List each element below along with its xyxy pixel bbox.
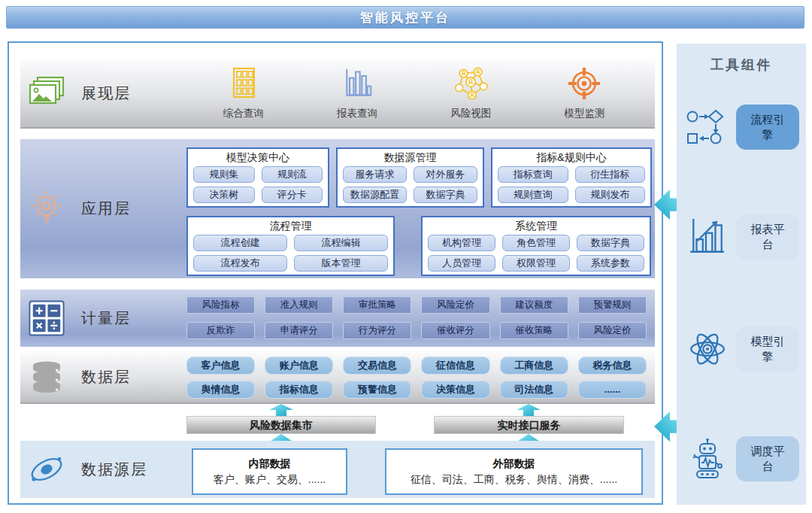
group-items: 指标查询衍生指标规则查询规则发布: [498, 166, 645, 203]
application-item[interactable]: 评分卡: [262, 187, 323, 203]
realtime-api-service-bar[interactable]: 实时接口服务: [434, 416, 624, 434]
platform-title-banner: 智能风控平台: [6, 6, 804, 29]
group-items: 服务请求对外服务数据源配置数据字典: [343, 166, 477, 203]
presentation-item-composite-query[interactable]: 综合查询: [202, 65, 285, 120]
application-item[interactable]: 机构管理: [428, 235, 495, 251]
data-item[interactable]: 工商信息: [500, 357, 568, 375]
bar-chart-icon: [341, 65, 373, 101]
group-items: 机构管理角色管理数据字典人员管理权限管理系统参数: [428, 235, 644, 272]
presentation-items: 综合查询 报表查询: [186, 65, 641, 120]
presentation-layer-label: 展现层: [81, 83, 131, 104]
presentation-item-model-monitor[interactable]: 模型监测: [543, 65, 626, 120]
application-item[interactable]: 权限管理: [502, 255, 570, 272]
application-item[interactable]: 角色管理: [502, 235, 570, 251]
data-item[interactable]: 交易信息: [343, 357, 411, 375]
application-item[interactable]: 系统参数: [577, 255, 644, 272]
measurement-items: 风险指标准入规则审批策略风险定价建议额度预警规则反欺诈申请评分行为评分催收评分催…: [186, 296, 647, 339]
measurement-item[interactable]: 风险定价: [578, 322, 647, 339]
group-model-decision-center: 模型决策中心 规则集规则流决策树评分卡: [186, 147, 329, 208]
measurement-item[interactable]: 催收策略: [500, 322, 568, 339]
measurement-item[interactable]: 风险指标: [186, 296, 255, 314]
presentation-layer-band: 展现层 综合查询: [20, 59, 655, 129]
application-item[interactable]: 流程编辑: [294, 235, 388, 251]
measurement-item[interactable]: 审批策略: [343, 296, 411, 314]
up-arrow-icon: [516, 404, 541, 416]
risk-network-icon: [452, 65, 489, 101]
presentation-item-report-query[interactable]: 报表查询: [316, 65, 398, 120]
application-item[interactable]: 决策树: [193, 187, 255, 203]
calculator-icon: [27, 297, 66, 339]
flowchart-icon: [683, 104, 732, 150]
presentation-item-label: 报表查询: [337, 107, 377, 120]
measurement-item[interactable]: 行为评分: [343, 322, 411, 339]
application-item[interactable]: 流程发布: [193, 255, 287, 272]
data-layer-label: 数据层: [81, 367, 131, 387]
model-engine-button[interactable]: 模型引擎: [736, 326, 799, 372]
application-item[interactable]: 对外服务: [414, 166, 477, 183]
measurement-item[interactable]: 建议额度: [500, 296, 568, 314]
application-item[interactable]: 数据字典: [414, 187, 477, 203]
data-item[interactable]: 账户信息: [265, 357, 333, 375]
group-title: 指标&规则中心: [498, 150, 645, 165]
galaxy-icon: [27, 448, 66, 490]
data-item[interactable]: ......: [578, 381, 647, 399]
measurement-item[interactable]: 风险定价: [421, 296, 489, 314]
external-data-box[interactable]: 外部数据 征信、司法、工商、税务、舆情、消费、......: [385, 448, 643, 495]
presentation-layer-head: 展现层: [27, 72, 131, 114]
group-title: 模型决策中心: [193, 150, 323, 165]
data-item[interactable]: 决策信息: [421, 381, 489, 399]
data-item[interactable]: 舆情信息: [186, 381, 255, 399]
process-engine-button[interactable]: 流程引擎: [736, 105, 799, 150]
toolbox-item-model-engine: 模型引擎: [683, 326, 799, 372]
application-item[interactable]: 服务请求: [343, 166, 407, 183]
data-item[interactable]: 指标信息: [265, 381, 333, 399]
presentation-item-risk-view[interactable]: 风险视图: [429, 65, 512, 120]
measurement-item[interactable]: 反欺诈: [186, 322, 255, 339]
application-item[interactable]: 规则发布: [575, 187, 646, 203]
measurement-item[interactable]: 预警规则: [578, 296, 647, 314]
datasource-layer-head: 数据源层: [27, 448, 147, 490]
toolbox-item-scheduler-platform: 调度平台: [683, 436, 799, 482]
application-item[interactable]: 版本管理: [294, 255, 388, 272]
data-item[interactable]: 客户信息: [186, 357, 255, 375]
toolbox-title: 工具组件: [677, 56, 806, 74]
toolbox-item-report-platform: 报表平台: [683, 214, 799, 260]
grid-icon: [229, 65, 258, 101]
application-item[interactable]: 指标查询: [498, 166, 568, 183]
application-item[interactable]: 衍生指标: [575, 166, 646, 183]
group-datasource-management: 数据源管理 服务请求对外服务数据源配置数据字典: [336, 147, 484, 208]
risk-data-mart-bar[interactable]: 风险数据集市: [186, 416, 376, 434]
atom-icon: [683, 326, 732, 372]
internal-data-box[interactable]: 内部数据 客户、账户、交易、......: [192, 448, 347, 495]
data-layer-head: 数据层: [27, 356, 131, 398]
data-layer-items: 客户信息账户信息交易信息征信信息工商信息税务信息舆情信息指标信息预警信息决策信息…: [186, 357, 647, 399]
measurement-item[interactable]: 准入规则: [265, 296, 333, 314]
application-item[interactable]: 数据源配置: [343, 187, 407, 203]
application-layer-band: 应用层 模型决策中心 规则集规则流决策树评分卡 数据源管理 服务请求对外服务数据…: [20, 139, 655, 278]
report-platform-button[interactable]: 报表平台: [736, 214, 799, 260]
application-layer-label: 应用层: [81, 199, 131, 219]
data-item[interactable]: 司法信息: [500, 381, 568, 399]
intelligent-risk-platform-diagram: 智能风控平台 展现层: [0, 0, 812, 513]
report-chart-icon: [683, 214, 732, 260]
application-item[interactable]: 规则查询: [498, 187, 568, 203]
measurement-item[interactable]: 催收评分: [421, 322, 489, 339]
application-item[interactable]: 规则集: [193, 166, 255, 183]
application-layer-head: 应用层: [27, 188, 131, 230]
data-item[interactable]: 税务信息: [578, 357, 647, 375]
application-groups-row-2: 流程管理 流程创建流程编辑流程发布版本管理 系统管理 机构管理角色管理数据字典人…: [186, 216, 651, 276]
data-item[interactable]: 预警信息: [343, 381, 411, 399]
group-items: 流程创建流程编辑流程发布版本管理: [193, 235, 388, 272]
database-icon: [27, 356, 66, 398]
group-title: 系统管理: [428, 219, 644, 233]
photos-icon: [27, 72, 66, 114]
application-item[interactable]: 流程创建: [193, 235, 287, 251]
data-item[interactable]: 征信信息: [421, 357, 489, 375]
application-item[interactable]: 规则流: [262, 166, 323, 183]
scheduler-platform-button[interactable]: 调度平台: [736, 436, 799, 481]
application-item[interactable]: 数据字典: [577, 235, 644, 251]
measurement-item[interactable]: 申请评分: [265, 322, 333, 339]
application-item[interactable]: 人员管理: [428, 255, 495, 272]
robot-icon: [683, 436, 732, 482]
group-title: 数据源管理: [343, 150, 477, 165]
